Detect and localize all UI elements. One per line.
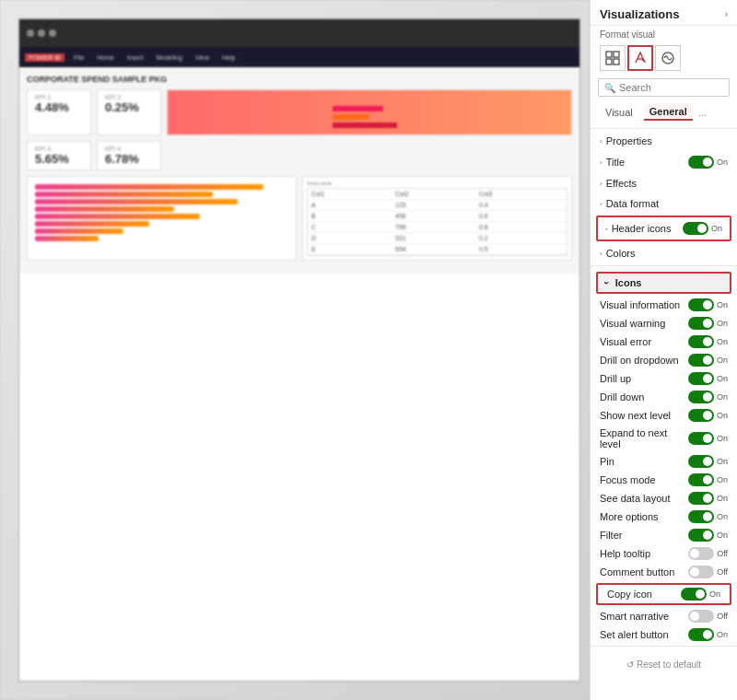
effects-label: › Effects [600,178,637,189]
header-icons-row[interactable]: › Header icons On [598,217,730,239]
visual-error-toggle[interactable] [688,335,714,348]
kpi-card-3 [167,89,572,135]
title-label: › Title [600,157,625,168]
visual-warning-toggle[interactable] [688,317,714,330]
reset-row: ↺ Reset to default [591,652,737,677]
colors-section[interactable]: › Colors [591,243,737,263]
tab-general[interactable]: General [644,104,693,121]
divider-1 [591,128,737,129]
copy-icon-toggle[interactable] [681,588,707,601]
header-icons-chevron: › [602,228,611,230]
smart-narrative-row: Smart narrative Off [591,607,737,625]
visual-error-row: Visual error On [591,332,737,351]
expand-to-next-level-toggle[interactable] [688,432,714,445]
help-tooltip-row: Help tooltip Off [591,544,737,563]
dashboard-title: CORPORATE SPEND SAMPLE PKG [27,75,572,84]
divider-2 [591,265,737,266]
visual-information-toggle[interactable] [688,298,714,311]
kpi-card-1: KPI 1 4.48% [27,89,91,135]
header-icons-toggle[interactable] [683,222,708,235]
tab-visual[interactable]: Visual [600,105,638,120]
more-options-toggle[interactable] [688,510,714,523]
colors-chevron: › [600,250,602,258]
reset-button[interactable]: ↺ Reset to default [626,659,701,670]
dashboard-header [19,19,579,47]
comment-button-toggle[interactable] [688,566,714,578]
smart-narrative-toggle[interactable] [688,610,714,623]
icons-section-label: › Icons [598,274,730,292]
data-format-section[interactable]: › Data format [591,193,737,214]
search-box[interactable]: 🔍 [598,78,730,97]
set-alert-button-row: Set alert button On [591,625,737,644]
set-alert-button-toggle[interactable] [688,628,714,641]
svg-rect-5 [606,59,612,64]
divider-3 [591,646,737,647]
toolbar-analytics-icon[interactable] [655,45,681,71]
title-chevron: › [600,158,602,167]
colors-label: › Colors [600,248,635,259]
dashboard-area: POWER BI File Home Insert Modeling View … [0,0,590,700]
visualizations-panel: Visualizations › Format visual [590,0,737,700]
visual-warning-row: Visual warning On [591,314,737,332]
visual-information-toggle-container: On [688,298,728,311]
search-input[interactable] [619,82,723,93]
show-next-level-row: Show next level On [591,406,737,425]
visual-information-row: Visual information On [591,296,737,314]
panel-title: Visualizations [600,7,679,21]
svg-rect-2 [333,122,397,128]
properties-section[interactable]: › Properties [591,131,737,151]
properties-chevron: › [600,137,602,146]
effects-section[interactable]: › Effects [591,173,737,193]
focus-mode-toggle[interactable] [688,473,714,486]
filter-toggle[interactable] [688,529,714,542]
header-icons-toggle-container: On [683,222,722,235]
effects-chevron: › [600,180,602,188]
filter-row: Filter On [591,526,737,544]
dashboard-nav: POWER BI File Home Insert Modeling View … [19,47,579,67]
data-format-chevron: › [600,200,602,208]
help-tooltip-toggle[interactable] [688,547,714,560]
format-visual-label: Format visual [591,26,737,43]
expand-to-next-level-row: Expand to next level On [591,425,737,452]
kpi-card-5: KPI 4 6.78% [97,141,161,170]
toolbar-format-icon[interactable] [627,45,653,71]
copy-icon-row: Copy icon On [598,585,730,603]
tab-more[interactable]: ... [698,107,707,118]
panel-close-chevron[interactable]: › [725,9,728,19]
header-icons-section: › Header icons On [596,216,731,241]
title-toggle[interactable] [688,156,714,169]
focus-mode-row: Focus mode On [591,471,737,489]
pin-row: Pin On [591,452,737,471]
title-toggle-container: On [688,156,728,169]
data-format-label: › Data format [600,198,659,209]
header-icons-toggle-thumb [697,224,707,233]
title-section[interactable]: › Title On [591,151,737,173]
see-data-layout-toggle[interactable] [688,492,714,505]
properties-label: › Properties [600,135,652,146]
toolbar-row [591,43,737,76]
see-data-layout-row: See data layout On [591,489,737,508]
pin-toggle[interactable] [688,455,714,468]
icons-section-header: › Icons [596,272,731,294]
drill-down-toggle[interactable] [688,391,714,403]
drill-up-toggle[interactable] [688,372,714,385]
drill-up-row: Drill up On [591,369,737,388]
drill-on-dropdown-toggle[interactable] [688,354,714,367]
panel-header: Visualizations › [591,0,737,26]
chart-bar-left [27,176,297,261]
more-options-row: More options On [591,508,737,526]
title-toggle-thumb [703,158,712,167]
svg-rect-3 [606,52,612,57]
svg-rect-4 [614,52,619,57]
svg-rect-1 [333,114,369,120]
toolbar-grid-icon[interactable] [600,45,626,71]
drill-down-row: Drill down On [591,388,737,406]
header-icons-toggle-label: On [711,224,722,233]
search-icon: 🔍 [604,83,615,93]
drill-on-dropdown-row: Drill on dropdown On [591,351,737,369]
svg-rect-6 [614,59,619,64]
show-next-level-toggle[interactable] [688,409,714,422]
kpi-card-2: KPI 2 0.25% [97,89,161,135]
kpi-card-4: KPI 3 5.65% [27,141,91,170]
comment-button-row: Comment button Off [591,563,737,581]
